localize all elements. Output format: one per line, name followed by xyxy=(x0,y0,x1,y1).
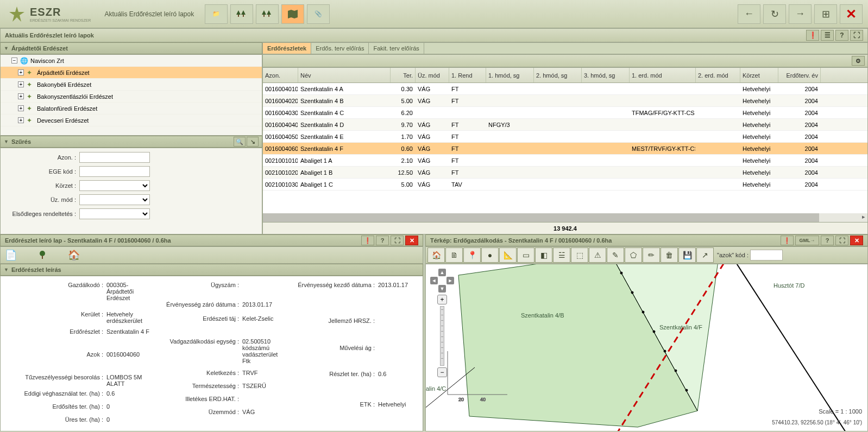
grid-column-header[interactable]: Azon. xyxy=(263,68,298,82)
zoom-in-button[interactable]: + xyxy=(437,295,447,304)
map-icon[interactable] xyxy=(281,4,304,24)
table-row[interactable]: 0016004050Szentkatalin 4 E1.70VÁGFTHetve… xyxy=(263,131,867,143)
attach-icon[interactable]: 📎 xyxy=(307,4,330,24)
zoom-out-button[interactable]: − xyxy=(437,367,447,377)
refresh-button[interactable]: ↻ xyxy=(763,4,786,24)
tree-expand-icon[interactable]: + xyxy=(18,93,24,99)
map-save-icon[interactable]: 💾 xyxy=(678,247,696,263)
detail-close-button[interactable]: ✕ xyxy=(405,236,418,245)
folder-icon[interactable]: 📁 xyxy=(205,4,228,24)
table-row[interactable]: 0021001010Abaliget 1 A2.10VÁGFTHetvehely… xyxy=(263,155,867,167)
tree-item[interactable]: +✦Devecseri Erdészet xyxy=(1,115,262,126)
filter-search-button[interactable]: 🔍 xyxy=(234,137,246,147)
map-warn-button[interactable]: ❗ xyxy=(781,236,794,245)
map-pin-icon[interactable]: 📍 xyxy=(463,247,481,263)
map-point-icon[interactable]: ● xyxy=(481,247,499,263)
detail-doc-icon[interactable]: 📄 xyxy=(3,248,18,262)
map-help-button[interactable]: ? xyxy=(821,236,834,245)
grid-column-header[interactable]: Körzet xyxy=(740,68,778,82)
map-close-button[interactable]: ✕ xyxy=(850,236,863,245)
map-fill-icon[interactable]: ◧ xyxy=(535,247,552,263)
trees-icon[interactable] xyxy=(230,4,253,24)
map-trash-icon[interactable]: 🗑 xyxy=(661,247,678,263)
map-export-icon[interactable]: ↗ xyxy=(696,247,714,263)
tree-item[interactable]: +✦Bakonyszentlászlói Erdészet xyxy=(1,91,262,103)
tab[interactable]: Erdőrészletek xyxy=(263,43,311,54)
detail-expand-button[interactable]: ⛶ xyxy=(391,236,404,245)
tree-expand-icon[interactable]: + xyxy=(18,117,24,123)
map-warning-icon[interactable]: ⚠ xyxy=(589,247,606,263)
map-polygon-icon[interactable]: ⬠ xyxy=(625,247,642,263)
app-close-button[interactable]: ✕ xyxy=(840,4,863,24)
tree-item[interactable]: +✦Árpádtetői Erdészet xyxy=(1,67,262,79)
grid-settings-button[interactable]: ⚙ xyxy=(852,56,865,66)
filter-uzmod-select[interactable] xyxy=(79,194,150,205)
grid-view-button[interactable]: ⊞ xyxy=(814,4,837,24)
tree-expand-icon[interactable]: + xyxy=(18,81,24,87)
map-select-icon[interactable]: ⬚ xyxy=(571,247,588,263)
panel-warn-button[interactable]: ❗ xyxy=(806,30,819,41)
tree-expand-icon[interactable]: + xyxy=(18,105,24,111)
map-search-input[interactable] xyxy=(750,250,783,261)
tab[interactable]: Fakit. terv előírás xyxy=(369,43,424,54)
zoom-slider[interactable] xyxy=(440,306,444,366)
grid-column-header[interactable]: 1. erd. mód xyxy=(630,68,696,82)
detail-help-button[interactable]: ? xyxy=(376,236,389,245)
pan-up-button[interactable]: ▲ xyxy=(438,269,446,276)
grid-column-header[interactable]: Erdőterv. év xyxy=(778,68,821,82)
table-row[interactable]: 0021001030Abaliget 1 C5.00VÁGTAVHetvehel… xyxy=(263,179,867,190)
table-row[interactable]: 0016004030Szentkatalin 4 C6.20TFMAG/FF/G… xyxy=(263,107,867,119)
table-row[interactable]: 0021001020Abaliget 1 B12.50VÁGFTHetvehel… xyxy=(263,167,867,179)
grid-column-header[interactable]: Ter. xyxy=(391,68,416,82)
detail-tree-icon[interactable] xyxy=(35,248,50,262)
grid-column-header[interactable]: Név xyxy=(298,68,391,82)
table-row[interactable]: 0016004010Szentkatalin 4 A0.30VÁGFTHetve… xyxy=(263,83,867,95)
panel-expand-button[interactable]: ⛶ xyxy=(850,30,863,41)
tree-item[interactable]: +✦Balatonfüredi Erdészet xyxy=(1,103,262,115)
map-layers-icon[interactable]: ☱ xyxy=(553,247,570,263)
grid-column-header[interactable]: 1. hmód, sg xyxy=(486,68,534,82)
filter-korzet-select[interactable] xyxy=(79,180,150,191)
map-pencil-icon[interactable]: ✏ xyxy=(643,247,660,263)
grid-hscrollbar[interactable]: ▸ xyxy=(263,213,867,222)
filter-elsrend-select[interactable] xyxy=(79,208,150,219)
grid-column-header[interactable]: 2. erd. mód xyxy=(696,68,740,82)
detail-house-icon[interactable]: 🏠 xyxy=(66,248,81,262)
pan-right-button[interactable]: ► xyxy=(446,277,454,284)
filter-azon-input[interactable] xyxy=(79,152,150,163)
tree-expand-icon[interactable]: + xyxy=(18,69,24,75)
map-gml-button[interactable]: GML→ xyxy=(795,236,819,245)
map-expand-button[interactable]: ⛶ xyxy=(835,236,848,245)
grid-column-header[interactable]: 2. hmód, sg xyxy=(534,68,582,82)
tree-collapse-icon[interactable]: − xyxy=(11,58,17,63)
panel-list-button[interactable]: ☰ xyxy=(821,30,834,41)
table-row[interactable]: 0016004020Szentkatalin 4 B5.00VÁGFTHetve… xyxy=(263,95,867,107)
map-home-icon[interactable]: 🏠 xyxy=(427,247,445,263)
grid-column-header[interactable]: Üz. mód xyxy=(416,68,449,82)
forward-button[interactable]: → xyxy=(789,4,812,24)
map-measure-icon[interactable]: 📐 xyxy=(499,247,517,263)
map-edit-icon[interactable]: ✎ xyxy=(607,247,624,263)
table-row[interactable]: 0016004040Szentkatalin 4 D9.70VÁGFTNFGY/… xyxy=(263,119,867,131)
grid-column-header[interactable]: 3. hmód, sg xyxy=(582,68,630,82)
detail-warn-button[interactable]: ❗ xyxy=(361,236,374,245)
tree-header[interactable]: ▼ Árpádtetői Erdészet xyxy=(0,42,262,54)
trees2-icon[interactable] xyxy=(256,4,279,24)
map-info-icon[interactable]: 🗎 xyxy=(445,247,463,263)
filter-ege-input[interactable] xyxy=(79,166,150,177)
tab[interactable]: Erdős. terv előírás xyxy=(311,43,369,54)
grid-body[interactable]: 0016004010Szentkatalin 4 A0.30VÁGFTHetve… xyxy=(263,83,867,213)
detail-section-header[interactable]: ▼ Erdőrészlet leírás xyxy=(0,264,423,276)
map-canvas[interactable]: 2040 Szentkatalin 4/B Szentkatalin 4/F a… xyxy=(425,264,868,431)
table-row[interactable]: 0016004060Szentkatalin 4 F0.60VÁGFTMEST/… xyxy=(263,143,867,155)
pan-left-button[interactable]: ◄ xyxy=(430,277,438,284)
grid-column-header[interactable]: 1. Rend xyxy=(449,68,486,82)
map-rect-icon[interactable]: ▭ xyxy=(517,247,534,263)
back-button[interactable]: ← xyxy=(738,4,760,24)
tree-root[interactable]: − 🌐 Naviscon Zrt xyxy=(1,55,262,67)
tree-item[interactable]: +✦Bakonybéli Erdészet xyxy=(1,79,262,91)
pan-down-button[interactable]: ▼ xyxy=(438,285,446,293)
panel-help-button[interactable]: ? xyxy=(835,30,848,41)
filter-header[interactable]: ▼ Szűrés 🔍 ↘ xyxy=(0,136,262,148)
filter-clear-button[interactable]: ↘ xyxy=(247,137,259,147)
